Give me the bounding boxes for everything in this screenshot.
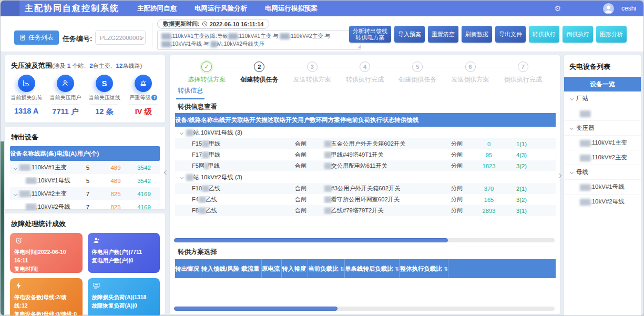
fault-description-segment: ███: [228, 33, 238, 39]
expand-chevron-icon[interactable]: [570, 170, 574, 174]
toolbar-action-button[interactable]: 重置清空: [428, 26, 458, 43]
nav-item[interactable]: 主配协同自愈: [137, 1, 177, 16]
lightning-icon: [14, 281, 78, 293]
toolbar-action-button[interactable]: 图形分析: [596, 26, 627, 43]
outage-time-card: 停电时间|2022-06-10 16:11 复电时间|: [10, 233, 83, 273]
stepper-connector: [477, 67, 516, 67]
sortable-column-header[interactable]: 转入裕度: [282, 259, 308, 278]
stepper-step[interactable]: 7 倒供执行完成: [497, 62, 549, 84]
tree-item-label: 厂站: [576, 95, 588, 103]
update-time-value: 2022-06-10 16:11:14: [210, 21, 264, 27]
table-row[interactable]: ███.10kV#1母线 5 489 3542: [10, 174, 160, 187]
task-list-button[interactable]: 任务列表: [14, 30, 59, 45]
group-row[interactable]: ██ 站.10kV#1母线 (3): [175, 127, 556, 138]
tree-item[interactable]: ███ .110kV#2主变: [564, 150, 641, 165]
toolbar-action-button[interactable]: 分析转出馈线 转供电方案: [349, 26, 391, 43]
group-label: 站.10kV#1母线 (3): [193, 129, 242, 137]
sortable-column-header[interactable]: 原电流: [262, 259, 282, 278]
expand-chevron-icon[interactable]: [180, 175, 183, 179]
nav-item[interactable]: 电网运行模拟预案: [265, 1, 318, 16]
info-table-body-2: F10██乙线 合闸 ██#3公用户外开关箱602开关 分闸 370 2(1) …: [175, 183, 556, 216]
table-row[interactable]: ███.110kV#1主变 5 489 3542: [10, 161, 160, 174]
outgoing-switch-state: 合闸: [280, 207, 321, 215]
table-row[interactable]: F5网█甲线 合闸 ██交公用配电站611开关 分闸 1823 3(2) 37 …: [175, 160, 556, 171]
table-row[interactable]: ███.10kV#2母线 7 825 4169: [10, 200, 160, 213]
table-row[interactable]: F17██甲线 合闸 ██甲线#49塔49T1开关 分闸 95 4(3) 171…: [175, 149, 556, 160]
lines-count: 5: [74, 178, 101, 184]
tie-switch-state: 分闸: [439, 151, 474, 159]
restore-time-line: 复电时间|: [14, 264, 78, 273]
stepper-step[interactable]: 3 发送转供方案: [286, 62, 339, 84]
stepper-step[interactable]: 4 转供执行完成: [339, 62, 391, 84]
tab-transfer-info[interactable]: 转供信息: [176, 84, 205, 99]
expand-chevron-icon[interactable]: [570, 126, 574, 130]
expand-chevron-icon[interactable]: [180, 130, 183, 134]
tie-switch-state: 分闸: [439, 162, 474, 170]
table-row[interactable]: ███.110kV#2主变 7 825 4169: [10, 187, 160, 200]
toolbar-action-button[interactable]: 倒供执行: [563, 26, 593, 43]
redacted-station-name: ██: [186, 174, 193, 180]
pre-outage-load: 24: [539, 186, 556, 192]
scrollbar-thumb[interactable]: [174, 238, 448, 242]
lines-count: 7: [74, 204, 101, 210]
redacted-station-name: ███: [580, 184, 590, 190]
tree-item[interactable]: ███ .110kV#1主变: [564, 136, 641, 150]
info-table-title: 转供信息查看: [178, 103, 217, 111]
sortable-column-header[interactable]: 载流量: [241, 259, 262, 278]
impact-title-text: 失压波及范围: [11, 62, 52, 69]
sort-icon[interactable]: ⇅: [340, 266, 344, 272]
fault-description-input[interactable]: ███.110kV#1主变故障:导致███.110kV#1主变 与 ███.11…: [157, 30, 361, 50]
table-row[interactable]: F8██乙线 合闸 ██乙线#79塔79T2开关 分闸 2893 3(1) 97…: [175, 205, 556, 216]
toolbar-action-button[interactable]: 转供执行: [529, 26, 559, 43]
task-no-select[interactable]: PLZG22000001: [95, 30, 146, 45]
nav-item[interactable]: 电网运行风险分析: [195, 1, 247, 16]
avatar[interactable]: [603, 3, 614, 14]
stat-lost-feeders-value: 12 条: [90, 104, 118, 117]
tree-item-label: .110kV#1主变: [590, 139, 627, 147]
tree-item[interactable]: ███ .10kV#2母线: [564, 195, 641, 209]
tree-item[interactable]: 厂站: [564, 91, 641, 106]
sortable-column-header[interactable]: 转入馈线/风险: [201, 259, 241, 278]
gear-icon[interactable]: ⚙: [554, 4, 561, 13]
tree-item[interactable]: ███: [564, 106, 641, 121]
tree-item[interactable]: 变压器: [564, 121, 641, 136]
toolbar-action-button[interactable]: 导入预案: [394, 26, 425, 43]
device-name: .10kV#1母线: [36, 177, 70, 184]
expand-chevron-icon[interactable]: [14, 192, 17, 196]
horizontal-scrollbar: [174, 307, 555, 311]
scrollbar-thumb[interactable]: [174, 307, 338, 311]
expand-chevron-icon[interactable]: [14, 166, 17, 170]
table-row[interactable]: F4██乙线 合闸 ██看守所公用环网室602开关 分闸 165 3(2) 33…: [175, 194, 556, 205]
sortable-column-header[interactable]: 整体执行负载比⇅: [400, 259, 448, 278]
users-count: 4169: [130, 204, 158, 210]
sort-icon[interactable]: ⇅: [395, 266, 399, 272]
outage-users-card: 停电用户数(户)|7711 复电用户数(户)|0: [88, 233, 160, 273]
toolbar-action-button[interactable]: 刷新数据: [462, 26, 492, 43]
stepper-step[interactable]: 选择转供方案: [180, 62, 233, 84]
sortable-column-header[interactable]: 转出情况: [175, 259, 201, 278]
stepper-step[interactable]: 5 创建倒供任务: [391, 62, 444, 84]
toolbar-action-button[interactable]: 导出文件: [495, 26, 526, 43]
sortable-column-header[interactable]: 当前负载比⇅: [308, 259, 345, 278]
pre-outage-load: 33: [539, 197, 556, 203]
lines-count: 5: [74, 165, 101, 171]
table-row[interactable]: F10██乙线 合闸 ██#3公用户外开关箱602开关 分闸 370 2(1) …: [175, 183, 556, 194]
stepper-step[interactable]: 2 创建转供任务: [233, 62, 285, 84]
stepper-step[interactable]: 6 发送倒供方案: [444, 62, 496, 84]
stepper-label: 倒供执行完成: [497, 75, 549, 84]
help-icon[interactable]: ?: [151, 95, 157, 100]
username[interactable]: ceshi: [621, 5, 636, 12]
users-count: 1823: [474, 163, 504, 169]
tie-switch-description: 乙线#79塔79T2开关: [331, 207, 384, 213]
sortable-column-header[interactable]: 单条线转后负载比⇅: [345, 259, 400, 278]
outgoing-switch-state: 合闸: [280, 162, 321, 170]
tree-item[interactable]: ███ .10kV#1母线: [564, 180, 641, 195]
stepper-circle: 2: [254, 62, 264, 72]
transfer-out-title: 转出设备: [5, 127, 165, 146]
sort-icon[interactable]: ⇅: [444, 266, 448, 272]
group-row[interactable]: ██ 站.10kV#2母线 (3): [175, 171, 556, 183]
table-row[interactable]: F15██甲线 合闸 ██五金公用户外开关箱602开关 分闸 0 1(1) 17…: [175, 138, 556, 149]
column-header: 联络开关描述: [237, 116, 273, 124]
tree-item[interactable]: 母线: [564, 165, 641, 180]
expand-chevron-icon[interactable]: [570, 97, 574, 100]
